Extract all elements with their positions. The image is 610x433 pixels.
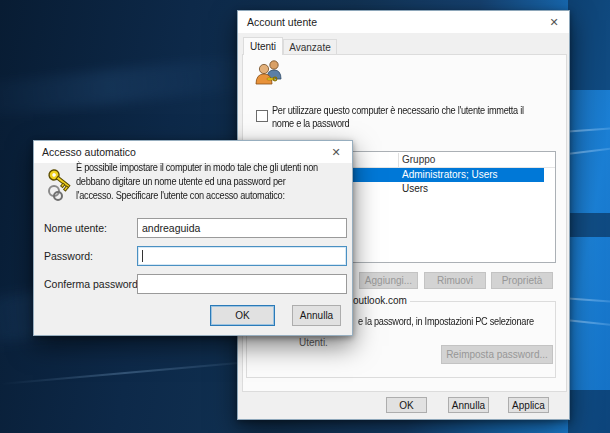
dialog-text-line: È possibile impostare il computer in mod… — [76, 162, 339, 173]
groupbox-text-fragment: Utenti. — [299, 337, 328, 348]
wallpaper-dark-band-mid — [568, 213, 610, 237]
wallpaper-dark-band-top — [568, 0, 610, 90]
checkbox-label-line: Per utilizzare questo computer è necessa… — [272, 105, 546, 116]
accesso-automatico-titlebar: Accesso automatico ✕ — [34, 141, 352, 163]
tab-avanzate[interactable]: Avanzate — [283, 39, 337, 55]
dialog-text-line: debbano digitare un nome utente ed una p… — [76, 176, 304, 187]
ok-button[interactable]: OK — [210, 305, 275, 326]
window-title: Account utente — [247, 16, 317, 28]
close-icon[interactable]: ✕ — [326, 143, 346, 161]
light-beam — [0, 361, 249, 385]
dialog-text-line: l'accesso. Specificare l'utente con acce… — [76, 190, 303, 201]
close-icon[interactable]: ✕ — [544, 13, 564, 31]
window-title: Accesso automatico — [42, 146, 136, 158]
wallpaper-dark-band-bottom — [568, 390, 610, 433]
proprieta-button: Proprietà — [491, 272, 553, 289]
aggiungi-button: Aggiungi... — [359, 272, 418, 289]
rimuovi-button: Rimuovi — [424, 272, 486, 289]
tab-utenti[interactable]: Utenti — [243, 37, 283, 55]
key-icon — [46, 167, 74, 205]
reimposta-password-button: Reimposta password... — [441, 345, 553, 364]
annulla-button[interactable]: Annulla — [448, 397, 489, 413]
light-beam — [0, 53, 271, 120]
nome-utente-input[interactable] — [137, 218, 347, 238]
account-utente-titlebar: Account utente ✕ — [238, 11, 569, 33]
password-input[interactable] — [137, 246, 347, 266]
column-header-gruppo: Gruppo — [402, 154, 435, 165]
users-icon — [254, 57, 284, 89]
checkbox-label-line: nome e la password — [272, 118, 356, 129]
accesso-automatico-window: Accesso automatico ✕ È possibile imposta… — [33, 140, 353, 336]
annulla-button[interactable]: Annulla — [292, 305, 341, 326]
column-divider — [398, 153, 399, 167]
text-caret — [142, 250, 143, 262]
require-password-checkbox[interactable] — [256, 110, 268, 122]
conferma-password-label: Conferma password: — [44, 278, 141, 290]
applica-button[interactable]: Applica — [508, 397, 549, 413]
groupbox-text-fragment: e la password, in Impostazioni PC selezi… — [358, 316, 549, 327]
nome-utente-label: Nome utente: — [44, 222, 107, 234]
password-label: Password: — [44, 250, 93, 262]
conferma-password-input[interactable] — [137, 274, 347, 294]
ok-button[interactable]: OK — [386, 397, 427, 413]
groupbox-label-fragment: outlook.com — [350, 295, 410, 306]
